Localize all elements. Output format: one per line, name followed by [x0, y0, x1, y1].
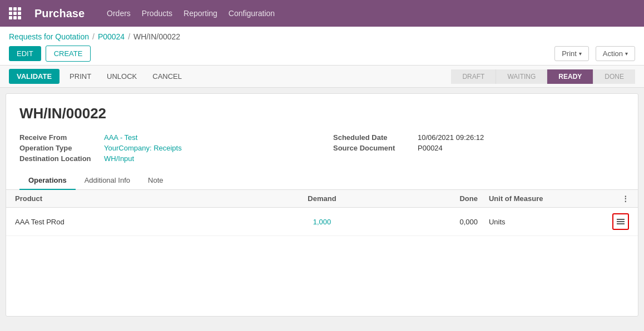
- breadcrumb-rfq[interactable]: Requests for Quotation: [9, 32, 89, 41]
- field-receive-from: Receive From AAA - Test: [19, 133, 311, 142]
- status-done: DONE: [593, 69, 635, 84]
- operations-table: Product Demand Done Unit of Measure ⋮ AA…: [6, 190, 638, 236]
- value-operation-type[interactable]: YourCompany: Receipts: [104, 144, 182, 152]
- action-right: Print Action: [554, 46, 635, 61]
- label-receive-from: Receive From: [19, 133, 97, 142]
- table-row: AAA Test PRod 1,000 0,000 Units: [6, 208, 638, 236]
- validate-button[interactable]: VALIDATE: [9, 69, 60, 84]
- label-scheduled-date: Scheduled Date: [333, 133, 411, 142]
- label-operation-type: Operation Type: [19, 144, 97, 152]
- status-bar: DRAFT WAITING READY DONE: [451, 69, 635, 84]
- breadcrumb-sep-2: /: [128, 32, 130, 41]
- cell-product: AAA Test PRod: [6, 208, 259, 236]
- apps-grid-icon[interactable]: [9, 7, 21, 19]
- doc-title: WH/IN/00022: [19, 105, 625, 122]
- tab-operations[interactable]: Operations: [19, 172, 76, 190]
- menu-products[interactable]: Products: [142, 9, 172, 18]
- doc-header: WH/IN/00022 Receive From AAA - Test Oper…: [6, 94, 638, 172]
- table-area: Product Demand Done Unit of Measure ⋮ AA…: [6, 190, 638, 236]
- fields-left: Receive From AAA - Test Operation Type Y…: [19, 133, 311, 163]
- sub-toolbar: VALIDATE PRINT UNLOCK CANCEL DRAFT WAITI…: [0, 66, 644, 88]
- breadcrumb-sep-1: /: [92, 32, 95, 41]
- menu-configuration[interactable]: Configuration: [229, 9, 275, 18]
- label-destination-location: Destination Location: [19, 154, 97, 163]
- topnav-menu: Orders Products Reporting Configuration: [107, 9, 275, 18]
- table-header-row: Product Demand Done Unit of Measure ⋮: [6, 190, 638, 208]
- th-uom: Unit of Measure: [480, 190, 574, 208]
- field-source-document: Source Document P00024: [333, 144, 625, 152]
- breadcrumb: Requests for Quotation / P00024 / WH/IN/…: [9, 32, 635, 46]
- doc-fields: Receive From AAA - Test Operation Type Y…: [19, 133, 625, 163]
- app-brand: Purchase: [34, 7, 85, 20]
- value-scheduled-date: 10/06/2021 09:26:12: [418, 133, 484, 142]
- th-demand: Demand: [259, 190, 385, 208]
- th-action[interactable]: ⋮: [574, 190, 638, 208]
- cell-row-action[interactable]: [574, 208, 638, 236]
- field-scheduled-date: Scheduled Date 10/06/2021 09:26:12: [333, 133, 625, 142]
- menu-orders[interactable]: Orders: [107, 9, 131, 18]
- fields-right: Scheduled Date 10/06/2021 09:26:12 Sourc…: [333, 133, 625, 163]
- print-button[interactable]: PRINT: [64, 69, 97, 84]
- breadcrumb-current: WH/IN/00022: [133, 32, 180, 41]
- cell-done: 0,000: [385, 208, 480, 236]
- tab-additional-info[interactable]: Additional Info: [76, 172, 139, 190]
- th-done: Done: [385, 190, 480, 208]
- unlock-button[interactable]: UNLOCK: [101, 69, 142, 84]
- cancel-button[interactable]: CANCEL: [147, 69, 187, 84]
- cell-demand: 1,000: [259, 208, 385, 236]
- field-operation-type: Operation Type YourCompany: Receipts: [19, 144, 311, 152]
- tabs: Operations Additional Info Note: [6, 172, 638, 190]
- topnav: Purchase Orders Products Reporting Confi…: [0, 0, 644, 27]
- breadcrumb-p00024[interactable]: P00024: [98, 32, 125, 41]
- detail-icon[interactable]: [612, 213, 629, 230]
- field-destination-location: Destination Location WH/Input: [19, 154, 311, 163]
- tab-note[interactable]: Note: [139, 172, 172, 190]
- value-receive-from[interactable]: AAA - Test: [104, 133, 137, 142]
- edit-button[interactable]: EDIT: [9, 46, 41, 61]
- cell-uom: Units: [480, 208, 574, 236]
- status-ready: READY: [547, 69, 593, 84]
- status-waiting: WAITING: [496, 69, 547, 84]
- breadcrumb-bar: Requests for Quotation / P00024 / WH/IN/…: [0, 27, 644, 66]
- main-content: WH/IN/00022 Receive From AAA - Test Oper…: [6, 93, 638, 317]
- th-product: Product: [6, 190, 259, 208]
- svg-rect-0: [617, 219, 625, 220]
- status-draft: DRAFT: [451, 69, 496, 84]
- svg-rect-1: [617, 221, 625, 222]
- print-dropdown[interactable]: Print: [554, 46, 589, 61]
- value-destination-location[interactable]: WH/Input: [104, 154, 134, 163]
- label-source-document: Source Document: [333, 144, 411, 152]
- action-dropdown[interactable]: Action: [596, 46, 635, 61]
- menu-reporting[interactable]: Reporting: [184, 9, 217, 18]
- svg-rect-2: [617, 223, 625, 224]
- create-button[interactable]: CREATE: [46, 46, 91, 62]
- value-source-document: P00024: [418, 144, 443, 152]
